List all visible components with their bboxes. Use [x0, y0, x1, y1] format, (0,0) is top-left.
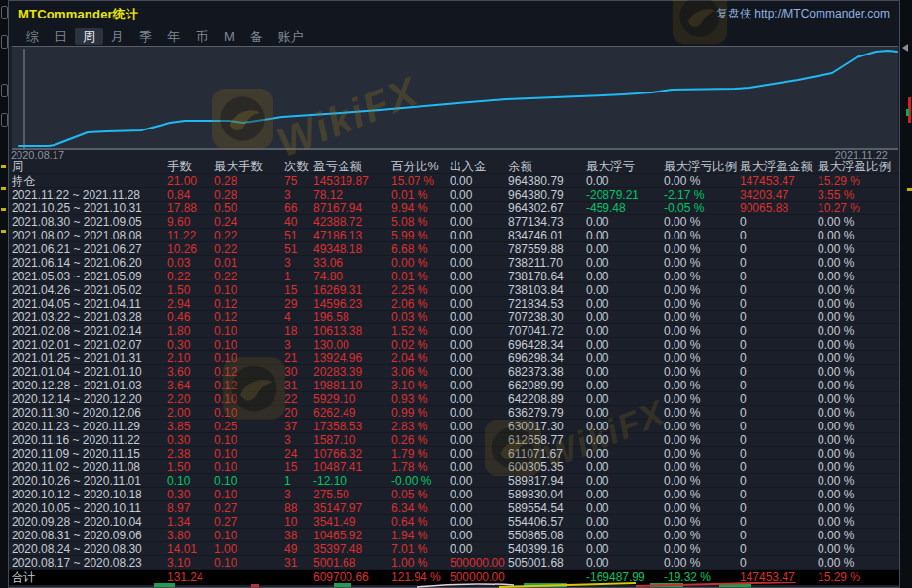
table-row[interactable]: 2021.01.04 ~ 2021.01.103.600.123020283.3…: [9, 365, 899, 379]
table-cell: 0.00: [450, 202, 508, 215]
table-cell: 2020.10.05 ~ 2020.10.11: [12, 501, 167, 515]
table-cell: 3: [284, 488, 313, 501]
table-cell: 0.00 %: [664, 392, 740, 406]
table-cell: 0.00: [450, 338, 508, 351]
menu-item-周[interactable]: 周: [75, 28, 103, 45]
table-cell: 0.00: [586, 542, 664, 556]
table-cell: 0.00: [586, 392, 664, 406]
menu-item-月[interactable]: 月: [103, 28, 131, 45]
table-cell: 3: [284, 433, 313, 447]
menu-item-M[interactable]: M: [216, 28, 242, 45]
table-cell: 0.00 %: [818, 488, 899, 501]
menu-item-币[interactable]: 币: [188, 28, 216, 45]
table-cell: 0.10: [214, 324, 284, 338]
mtcommander-link[interactable]: 复盘侠 http://MTCommander.com: [716, 6, 890, 22]
table-cell: 0.00 %: [818, 420, 899, 433]
stats-table: 周手数最大手数次数盈亏金额百分比%出入金余额最大浮亏最大浮亏比例最大浮盈金额最大…: [9, 160, 899, 585]
table-row[interactable]: 2021.10.25 ~ 2021.10.3117.880.506687167.…: [9, 202, 899, 215]
table-row[interactable]: 2020.11.09 ~ 2020.11.152.380.102410766.3…: [9, 447, 899, 460]
table-cell: 0.00: [450, 311, 508, 324]
table-cell: 2.04 %: [391, 351, 450, 365]
table-cell: 10: [284, 515, 313, 529]
table-row[interactable]: 2020.08.17 ~ 2020.08.233.100.10315001.68…: [9, 556, 899, 570]
table-cell: 0.12: [214, 297, 284, 311]
table-cell: 2.25 %: [391, 283, 450, 297]
table-row[interactable]: 2020.12.28 ~ 2021.01.033.640.123119881.1…: [9, 379, 899, 392]
table-cell: 0.00 %: [818, 324, 899, 338]
table-cell: 0.12: [214, 379, 284, 392]
table-row[interactable]: 2021.04.26 ~ 2021.05.021.500.101516269.3…: [9, 283, 899, 297]
table-cell: 2021.03.22 ~ 2021.03.28: [12, 311, 167, 324]
table-row[interactable]: 2021.01.25 ~ 2021.01.312.100.102113924.9…: [9, 351, 899, 365]
table-row[interactable]: 2020.12.14 ~ 2020.12.202.200.10225929.10…: [9, 392, 899, 406]
table-cell: 42388.72: [313, 215, 391, 229]
menu-item-备[interactable]: 备: [242, 28, 271, 45]
table-cell: 589554.54: [508, 501, 586, 515]
column-header: 手数: [167, 160, 214, 174]
table-row[interactable]: 2021.03.22 ~ 2021.03.280.460.124196.580.…: [9, 311, 899, 324]
table-cell: 0: [740, 488, 818, 501]
table-row[interactable]: 2020.09.28 ~ 2020.10.041.340.27103541.49…: [9, 515, 899, 529]
table-cell: 0.22: [214, 229, 284, 242]
equity-chart[interactable]: [12, 46, 898, 150]
table-row[interactable]: 2020.11.30 ~ 2020.12.062.000.10206262.49…: [9, 406, 899, 420]
table-cell: 0.00 %: [391, 256, 450, 270]
table-cell: 87167.94: [313, 202, 391, 215]
table-cell: 2020.08.31 ~ 2020.09.06: [12, 529, 167, 542]
table-row[interactable]: 持仓21.000.2875145319.8715.07 %0.00964380.…: [9, 174, 899, 188]
table-cell: 0.00 %: [818, 242, 899, 256]
table-row[interactable]: 2021.04.05 ~ 2021.04.112.940.122914596.2…: [9, 297, 899, 311]
table-cell: 1587.10: [313, 433, 391, 447]
background-button-fragment: [1, 35, 8, 49]
table-cell: 0.00: [586, 406, 664, 420]
table-cell: 0: [740, 501, 818, 515]
table-row[interactable]: 2021.08.02 ~ 2021.08.0811.220.225147186.…: [9, 229, 899, 242]
table-row[interactable]: 2020.10.26 ~ 2020.11.010.100.101-12.10-0…: [9, 474, 899, 488]
table-row[interactable]: 2020.11.16 ~ 2020.11.220.300.1031587.100…: [9, 433, 899, 447]
menu-item-账户[interactable]: 账户: [271, 28, 311, 45]
table-cell: 0: [740, 556, 818, 570]
table-cell: 14.01: [167, 542, 214, 556]
table-cell: 0.00: [450, 242, 508, 256]
table-cell: 35147.97: [313, 501, 391, 515]
table-cell: 9.94 %: [391, 202, 450, 215]
table-cell: 0.00: [450, 351, 508, 365]
menu-item-日[interactable]: 日: [47, 28, 75, 45]
column-header: 最大浮亏: [586, 160, 664, 174]
table-row[interactable]: 2020.08.31 ~ 2020.09.063.800.103810465.9…: [9, 529, 899, 542]
table-cell: 3.10 %: [391, 379, 450, 392]
table-cell: 0.30: [167, 338, 214, 351]
table-row[interactable]: 2021.06.21 ~ 2021.06.2710.260.225149348.…: [9, 242, 899, 256]
table-row[interactable]: 2021.06.14 ~ 2021.06.200.030.01333.060.0…: [9, 256, 899, 270]
table-cell: 0.00: [586, 351, 664, 365]
table-row[interactable]: 2020.11.02 ~ 2020.11.081.500.101510487.4…: [9, 460, 899, 474]
table-row[interactable]: 2021.02.08 ~ 2021.02.141.800.101810613.3…: [9, 324, 899, 338]
table-row[interactable]: 2020.10.05 ~ 2020.10.118.970.278835147.9…: [9, 501, 899, 515]
table-cell: 0.30: [167, 433, 214, 447]
table-cell: 74.80: [313, 270, 391, 283]
table-cell: 0.00: [586, 270, 664, 283]
table-cell: 0.00 %: [818, 392, 899, 406]
table-row[interactable]: 2021.08.30 ~ 2021.09.059.600.244042388.7…: [9, 215, 899, 229]
menu-item-年[interactable]: 年: [160, 28, 188, 45]
table-row[interactable]: 2021.05.03 ~ 2021.05.090.220.22174.800.0…: [9, 270, 899, 283]
table-row[interactable]: 2020.11.23 ~ 2020.11.293.850.253717358.5…: [9, 420, 899, 433]
table-cell: 5.08 %: [391, 215, 450, 229]
table-row[interactable]: 2020.10.12 ~ 2020.10.180.300.103275.500.…: [9, 488, 899, 501]
table-cell: 0.00 %: [664, 270, 740, 283]
table-cell: 0.93 %: [391, 392, 450, 406]
menu-item-季[interactable]: 季: [131, 28, 160, 45]
table-cell: 0: [740, 283, 818, 297]
table-row[interactable]: 2021.02.01 ~ 2021.02.070.300.103130.000.…: [9, 338, 899, 351]
menu-item-综[interactable]: 综: [18, 28, 47, 45]
table-cell: 738211.70: [508, 256, 586, 270]
table-row[interactable]: 2020.08.24 ~ 2020.08.3014.011.004935397.…: [9, 542, 899, 556]
table-cell: 16269.31: [313, 283, 391, 297]
table-cell: 145319.87: [313, 174, 391, 188]
table-row[interactable]: 2021.11.22 ~ 2021.11.280.840.28378.120.0…: [9, 188, 899, 202]
table-cell: 0.00: [450, 542, 508, 556]
table-cell: 0: [740, 215, 818, 229]
table-cell: 1: [284, 474, 313, 488]
table-cell: 1.52 %: [391, 324, 450, 338]
table-cell: 0.00 %: [664, 529, 740, 542]
